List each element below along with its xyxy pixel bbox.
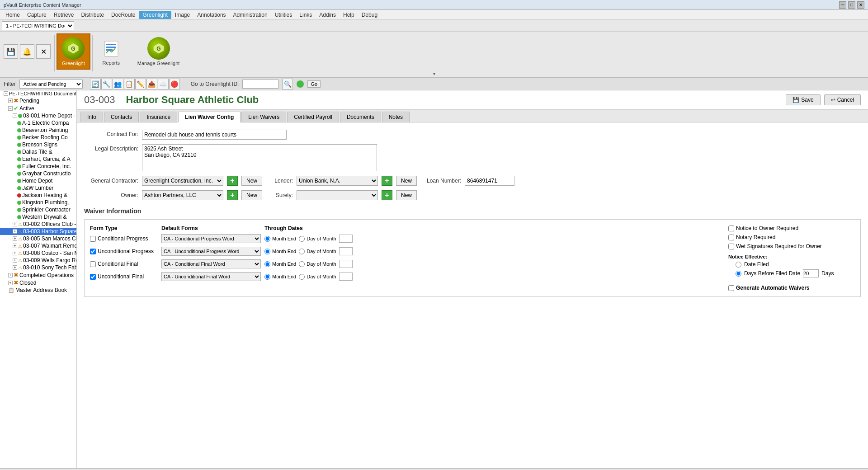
manage-greenlight-toolbar-btn[interactable]: G Manage Greenlight [132,33,185,70]
tree-03002[interactable]: + ⚠ 03-002 Officers Club - [0,221,76,228]
tree-beaverton[interactable]: Beaverton Painting [0,127,76,134]
generate-automatic-label[interactable]: Generate Automatic Waivers [728,285,855,291]
tree-03001[interactable]: − 03-001 Home Depot - [0,112,76,119]
cond-final-month-end[interactable]: Month End [264,261,296,267]
contract-for-input[interactable] [142,130,287,140]
save-button[interactable]: 💾 Save [786,94,820,105]
tree-graybar[interactable]: Graybar Constructio [0,170,76,177]
menu-docroute[interactable]: DocRoute [108,11,139,19]
tree-03007[interactable]: + ⚠ 03-007 Walmart Remo [0,242,76,249]
reports-toolbar-btn[interactable]: Reports [94,33,128,70]
tree-a1electric[interactable]: A-1 Electric Compa [0,119,76,127]
03008-expander[interactable]: + [13,251,17,255]
menu-capture[interactable]: Capture [24,11,50,19]
menu-administration[interactable]: Administration [230,11,271,19]
uncond-final-day-input[interactable] [339,273,353,281]
owner-new-btn[interactable]: New [241,190,262,200]
03005-expander[interactable]: + [13,236,17,241]
surety-new-btn[interactable]: New [396,190,417,200]
search-btn[interactable]: 🔍 [282,79,293,89]
notary-checkbox[interactable] [728,235,734,240]
tree-03005[interactable]: + ⚠ 03-005 San Marcos Cit [0,235,76,242]
tree-bronson[interactable]: Bronson Signs [0,141,76,148]
tab-contacts[interactable]: Contacts [104,112,139,122]
lender-new-btn[interactable]: New [396,176,417,186]
notice-owner-checkbox[interactable] [728,226,734,231]
03002-expander[interactable]: + [13,222,17,226]
cond-progress-check-label[interactable]: Conditional Progress [90,235,158,242]
tree-pending[interactable]: + ✖ Pending [0,97,76,104]
surety-select[interactable] [297,190,378,200]
cond-progress-select[interactable]: CA - Conditional Progress Word [161,234,261,243]
lender-select[interactable]: Union Bank, N.A. [297,176,378,186]
cond-progress-month-end[interactable]: Month End [264,236,296,242]
uncond-final-check-label[interactable]: Unconditional Final [90,273,158,280]
go-button[interactable]: Go [307,80,321,88]
cond-final-checkbox[interactable] [90,261,96,267]
03010-expander[interactable]: + [13,265,17,270]
tab-insurance[interactable]: Insurance [140,112,177,122]
tree-jw[interactable]: J&W Lumber [0,184,76,192]
export-btn[interactable]: 📤 [146,79,157,89]
menu-distribute[interactable]: Distribute [77,11,108,19]
cond-progress-checkbox[interactable] [90,236,96,242]
menu-image[interactable]: Image [171,11,193,19]
cond-final-check-label[interactable]: Conditional Final [90,261,158,267]
uncond-final-day[interactable]: Day of Month [299,274,336,280]
delete-btn[interactable]: 🔴 [169,79,180,89]
tree-closed[interactable]: + ✖ Closed [0,279,76,287]
lender-add-btn[interactable]: + [382,176,392,186]
menu-greenlight[interactable]: Greenlight [139,11,171,19]
tree-western[interactable]: Western Drywall & [0,213,76,221]
uncond-final-select[interactable]: CA - Unconditional Final Word [161,272,261,281]
tree-completed[interactable]: + ✖ Completed Operations [0,271,76,279]
edit-btn[interactable]: ✏️ [135,79,146,89]
legal-description-textarea[interactable]: 3625 Ash Street San Diego, CA 92110 [142,144,377,171]
03003-expander[interactable]: + [13,229,17,234]
tab-certified-payroll[interactable]: Certified Payroll [287,112,339,122]
go-to-input[interactable] [242,80,278,89]
wrench-btn[interactable]: 🔧 [101,79,112,89]
tab-lien-waiver-config[interactable]: Lien Waiver Config [178,112,241,122]
undo-tool-btn[interactable]: 🔔 [20,44,34,59]
uncond-progress-check-label[interactable]: Unconditional Progress [90,248,158,254]
menu-links[interactable]: Links [296,11,316,19]
users-btn[interactable]: 👥 [113,79,123,89]
uncond-progress-day[interactable]: Day of Month [299,249,336,254]
uncond-progress-select[interactable]: CA - Unconditional Progress Word [161,247,261,256]
tab-documents[interactable]: Documents [340,112,381,122]
tree-03003[interactable]: + ⚠ 03-003 Harbor Square [0,228,76,235]
close-btn[interactable]: ✕ [857,1,864,9]
cancel-button[interactable]: ↩ Cancel [824,94,861,105]
tree-jackson[interactable]: Jackson Heating & [0,192,76,199]
tree-sprinkler[interactable]: Sprinkler Contractor [0,206,76,213]
cloud-btn[interactable]: ☁️ [158,79,169,89]
tree-03010[interactable]: + ⚠ 03-010 Sony Tech Fab [0,264,76,271]
generate-automatic-checkbox[interactable] [728,285,734,291]
days-before-radio[interactable] [736,271,741,277]
tree-kingston[interactable]: Kingston Plumbing, [0,199,76,206]
tab-info[interactable]: Info [80,112,103,122]
tree-master[interactable]: 📋 Master Address Book [0,287,76,294]
cond-final-day-input[interactable] [339,260,353,268]
tree-03009[interactable]: + ⚠ 03-009 Wells Fargo Re [0,257,76,264]
menu-addins[interactable]: Addins [316,11,340,19]
tree-homedepot[interactable]: Home Depot [0,177,76,184]
menu-annotations[interactable]: Annotations [193,11,229,19]
owner-select[interactable]: Ashton Partners, LLC [142,190,223,200]
gc-add-btn[interactable]: + [227,176,238,186]
tree-active[interactable]: − ✔ Active [0,104,76,112]
completed-expander[interactable]: + [8,273,13,277]
tree-earhart[interactable]: Earhart, Garcia, & A [0,155,76,163]
close-tool-btn[interactable]: ✕ [36,44,51,59]
03009-expander[interactable]: + [13,258,17,263]
tree-03008[interactable]: + ⚠ 03-008 Costco - San M [0,249,76,257]
cond-progress-day[interactable]: Day of Month [299,236,336,242]
active-expander[interactable]: − [8,106,13,111]
cond-final-select[interactable]: CA - Conditional Final Word [161,259,261,268]
menu-utilities[interactable]: Utilities [271,11,296,19]
filter-select[interactable]: Active and Pending Active Pending Comple… [19,80,83,89]
03007-expander[interactable]: + [13,244,17,248]
gc-new-btn[interactable]: New [241,176,262,186]
menu-help[interactable]: Help [340,11,358,19]
